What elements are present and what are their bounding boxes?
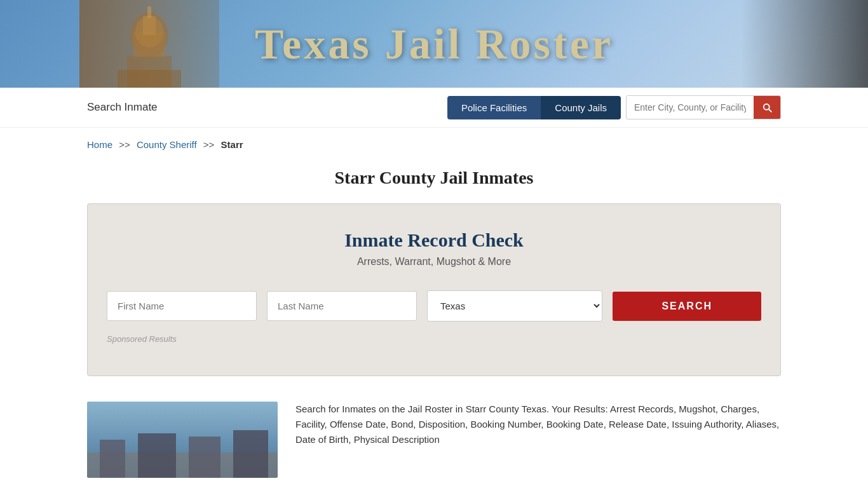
nav-right: Police Facilities County Jails [447, 95, 781, 119]
bottom-section: Search for Inmates on the Jail Roster in… [0, 395, 868, 484]
header-banner: Texas Jail Roster [0, 0, 868, 88]
county-jails-button[interactable]: County Jails [541, 96, 621, 119]
breadcrumb-home-link[interactable]: Home [87, 139, 112, 150]
facility-search-input[interactable] [627, 97, 754, 118]
record-check-title: Inmate Record Check [107, 229, 761, 251]
search-inmate-label: Search Inmate [87, 101, 158, 114]
page-title-wrap: Starr County Jail Inmates [0, 156, 868, 203]
bottom-image-svg [87, 402, 278, 478]
svg-rect-7 [147, 6, 151, 18]
navbar: Search Inmate Police Facilities County J… [0, 88, 868, 128]
breadcrumb: Home >> County Sheriff >> Starr [0, 128, 868, 156]
page-title: Starr County Jail Inmates [0, 168, 868, 188]
record-check-subtitle: Arrests, Warrant, Mugshot & More [107, 256, 761, 268]
svg-rect-13 [233, 430, 268, 478]
svg-rect-12 [189, 437, 220, 478]
sponsored-label: Sponsored Results [107, 334, 761, 344]
record-check-box: Inmate Record Check Arrests, Warrant, Mu… [87, 203, 781, 376]
record-search-button[interactable]: SEARCH [613, 292, 761, 321]
police-facilities-button[interactable]: Police Facilities [447, 96, 541, 119]
bottom-image [87, 402, 278, 478]
svg-rect-6 [143, 16, 156, 35]
capitol-svg [79, 0, 219, 88]
record-check-form: AlabamaAlaskaArizonaArkansasCaliforniaCo… [107, 290, 761, 322]
first-name-input[interactable] [107, 291, 257, 321]
svg-rect-3 [118, 70, 181, 88]
banner-title: Texas Jail Roster [255, 19, 613, 69]
breadcrumb-county-sheriff-link[interactable]: County Sheriff [137, 139, 197, 150]
svg-rect-10 [100, 440, 125, 478]
svg-rect-11 [138, 433, 176, 478]
state-select[interactable]: AlabamaAlaskaArizonaArkansasCaliforniaCo… [427, 290, 602, 322]
breadcrumb-sep-2: >> [203, 139, 215, 150]
facility-search-wrap [626, 95, 781, 119]
last-name-input[interactable] [267, 291, 417, 321]
breadcrumb-sep-1: >> [119, 139, 130, 150]
keys-overlay [741, 0, 868, 88]
search-icon [761, 102, 773, 113]
breadcrumb-current: Starr [221, 139, 243, 150]
facility-search-button[interactable] [754, 96, 780, 119]
bottom-description: Search for Inmates on the Jail Roster in… [295, 402, 781, 478]
